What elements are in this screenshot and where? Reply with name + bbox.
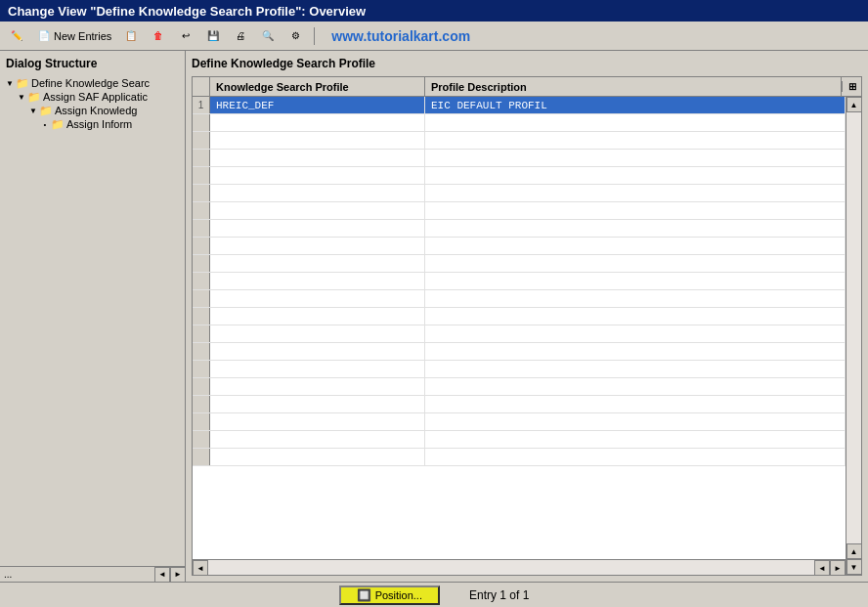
table-row[interactable] bbox=[193, 132, 846, 150]
new-entries-button[interactable]: 📄 New Entries bbox=[32, 25, 115, 47]
expand-arrow-2: ▼ bbox=[16, 91, 27, 103]
table-row[interactable] bbox=[193, 413, 846, 431]
sidebar-item-label-1: Define Knowledge Searc bbox=[31, 77, 150, 89]
table-row[interactable] bbox=[193, 396, 846, 413]
table-row[interactable] bbox=[193, 273, 846, 290]
col-header-ksp: Knowledge Search Profile bbox=[210, 77, 425, 96]
sidebar-item-define-knowledge-search[interactable]: ▼ 📁 Define Knowledge Searc bbox=[2, 76, 183, 90]
table-row[interactable] bbox=[193, 202, 846, 220]
folder-icon-4: 📁 bbox=[51, 118, 65, 130]
table-row[interactable] bbox=[193, 308, 846, 325]
horizontal-scroll-area: ◄ ◄ ► bbox=[193, 559, 846, 575]
watermark-text: www.tutorialkart.com bbox=[331, 28, 470, 44]
position-icon: 🔲 bbox=[357, 588, 371, 602]
bottom-bar: 🔲 Position... Entry 1 of 1 bbox=[0, 582, 868, 607]
table-row[interactable] bbox=[193, 361, 846, 378]
table-row[interactable] bbox=[193, 431, 846, 449]
table-row[interactable] bbox=[193, 185, 846, 202]
table-row[interactable] bbox=[193, 378, 846, 396]
folder-icon-3: 📁 bbox=[39, 105, 53, 116]
sidebar-dots: ... bbox=[0, 569, 16, 580]
settings-btn[interactable]: ⚙ bbox=[283, 25, 307, 47]
table-row[interactable] bbox=[193, 238, 846, 255]
main-area: Dialog Structure ▼ 📁 Define Knowledge Se… bbox=[0, 51, 868, 582]
sidebar-scroll-left-btn[interactable]: ◄ bbox=[154, 567, 170, 583]
desc-value-1: EIC DEFAULT PROFIL bbox=[431, 100, 547, 111]
scroll-down-btn-1[interactable]: ▲ bbox=[846, 543, 862, 559]
toolbar: ✏️ 📄 New Entries 📋 🗑 ↩ 💾 🖨 🔍 ⚙ www.tutor… bbox=[0, 22, 868, 51]
ksp-value-1: HREIC_DEF bbox=[216, 100, 274, 111]
table-row[interactable] bbox=[193, 290, 846, 308]
position-button[interactable]: 🔲 Position... bbox=[339, 585, 440, 605]
new-entries-label: New Entries bbox=[54, 30, 111, 42]
dialog-structure-title: Dialog Structure bbox=[2, 55, 183, 72]
save-btn[interactable]: 💾 bbox=[201, 25, 225, 47]
sidebar-item-assign-inform[interactable]: • 📁 Assign Inform bbox=[37, 117, 183, 131]
copy-icon: 📋 bbox=[123, 28, 139, 44]
print-btn[interactable]: 🖨 bbox=[229, 25, 252, 47]
find-icon: 🔍 bbox=[260, 28, 276, 44]
copy-btn[interactable]: 📋 bbox=[119, 25, 143, 47]
new-entries-icon: 📄 bbox=[36, 28, 52, 44]
sidebar-item-assign-knowledge[interactable]: ▼ 📁 Assign Knowledg bbox=[25, 104, 183, 117]
find-btn[interactable]: 🔍 bbox=[256, 25, 280, 47]
col-ksp-label: Knowledge Search Profile bbox=[216, 81, 349, 93]
sidebar-item-label-3: Assign Knowledg bbox=[55, 105, 137, 116]
cell-ksp-1: HREIC_DEF bbox=[210, 97, 425, 113]
scroll-up-btn[interactable]: ▲ bbox=[846, 97, 862, 112]
table-row[interactable] bbox=[193, 449, 846, 466]
scroll-track bbox=[846, 112, 861, 543]
scroll-down-btn-2[interactable]: ▼ bbox=[846, 559, 862, 575]
undo-icon: ↩ bbox=[178, 28, 194, 44]
bullet-4: • bbox=[39, 118, 51, 130]
panel-title: Define Knowledge Search Profile bbox=[192, 57, 862, 70]
position-label: Position... bbox=[375, 589, 422, 601]
scroll-h-track bbox=[208, 560, 814, 575]
sidebar-item-label-2: Assign SAF Applicatic bbox=[43, 91, 148, 103]
title-bar: Change View "Define Knowledge Search Pro… bbox=[0, 0, 868, 22]
table-container: Knowledge Search Profile Profile Descrip… bbox=[192, 76, 862, 576]
toolbar-separator bbox=[314, 27, 315, 45]
edit-icon-btn[interactable]: ✏️ bbox=[5, 25, 28, 47]
delete-btn[interactable]: 🗑 bbox=[147, 25, 170, 47]
table-header-btn[interactable]: ⊞ bbox=[842, 81, 861, 92]
scroll-right-btn-2[interactable]: ► bbox=[830, 560, 846, 575]
sidebar-item-label-4: Assign Inform bbox=[66, 118, 132, 130]
table-row[interactable] bbox=[193, 325, 846, 343]
edit-icon: ✏️ bbox=[9, 28, 24, 44]
row-num-1: 1 bbox=[193, 97, 210, 113]
table-header: Knowledge Search Profile Profile Descrip… bbox=[193, 77, 861, 97]
expand-arrow-3: ▼ bbox=[27, 105, 39, 116]
table-row[interactable] bbox=[193, 114, 846, 132]
scroll-left-btn[interactable]: ◄ bbox=[193, 560, 208, 575]
table-row[interactable]: 1 HREIC_DEF EIC DEFAULT PROFIL bbox=[193, 97, 846, 114]
scroll-right-btn-1[interactable]: ◄ bbox=[814, 560, 830, 575]
sidebar-scroll-area: ... ◄ ► bbox=[0, 566, 186, 582]
table-row[interactable] bbox=[193, 255, 846, 273]
undo-btn[interactable]: ↩ bbox=[174, 25, 197, 47]
window-title: Change View "Define Knowledge Search Pro… bbox=[8, 4, 366, 19]
col-desc-label: Profile Description bbox=[431, 81, 527, 93]
sidebar-scroll-right-btn[interactable]: ► bbox=[170, 567, 186, 583]
col-header-desc: Profile Description bbox=[425, 77, 842, 96]
entry-info: Entry 1 of 1 bbox=[469, 588, 529, 602]
cell-desc-1: EIC DEFAULT PROFIL bbox=[425, 97, 846, 113]
delete-icon: 🗑 bbox=[151, 28, 166, 44]
vertical-scrollbar: ▲ ▲ ▼ bbox=[846, 97, 861, 575]
expand-arrow-1: ▼ bbox=[4, 77, 16, 89]
folder-icon-1: 📁 bbox=[16, 77, 29, 89]
content-panel: Define Knowledge Search Profile Knowledg… bbox=[186, 51, 868, 582]
sidebar-item-assign-saf[interactable]: ▼ 📁 Assign SAF Applicatic bbox=[14, 90, 183, 104]
table-row[interactable] bbox=[193, 167, 846, 185]
table-row[interactable] bbox=[193, 220, 846, 238]
table-row[interactable] bbox=[193, 343, 846, 361]
print-icon: 🖨 bbox=[233, 28, 248, 44]
sidebar: Dialog Structure ▼ 📁 Define Knowledge Se… bbox=[0, 51, 186, 582]
save-icon: 💾 bbox=[205, 28, 221, 44]
table-main: 1 HREIC_DEF EIC DEFAULT PROFIL bbox=[193, 97, 846, 575]
settings-icon: ⚙ bbox=[287, 28, 303, 44]
folder-icon-2: 📁 bbox=[27, 91, 41, 103]
table-with-scroll: 1 HREIC_DEF EIC DEFAULT PROFIL bbox=[193, 97, 861, 575]
table-row[interactable] bbox=[193, 150, 846, 167]
